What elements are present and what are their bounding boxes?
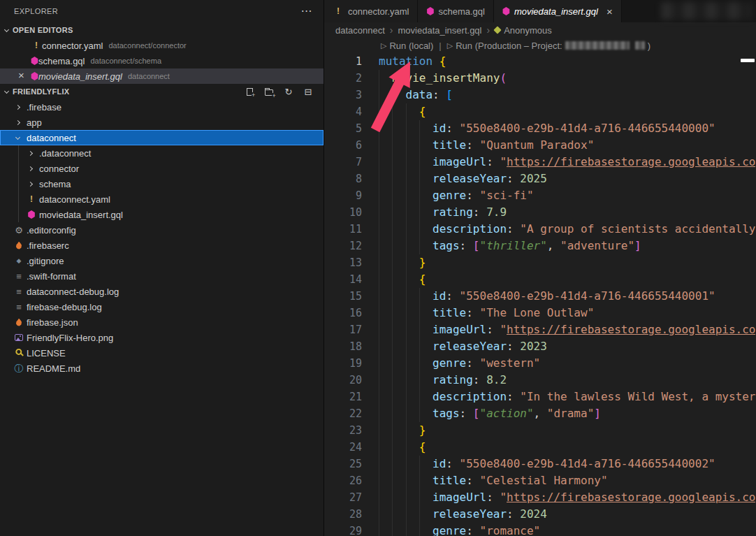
code-text[interactable]: rating: 8.2 — [362, 372, 507, 389]
tree-item-.firebase[interactable]: .firebase — [0, 99, 324, 115]
tree-item-LICENSE[interactable]: LICENSE — [0, 345, 324, 361]
token: id — [432, 289, 446, 303]
tree-item-app[interactable]: app — [0, 115, 324, 130]
token — [379, 238, 432, 254]
line-number: 5 — [324, 120, 362, 137]
code-line: 12 tags: ["thriller", "adventure"] — [324, 238, 756, 254]
tree-item-dataconnect.yaml[interactable]: !dataconnect.yaml — [0, 191, 324, 207]
token: [ — [446, 88, 453, 101]
new-file-button[interactable] — [244, 86, 255, 97]
token: "550e8400-e29b-41d4-a716-446655440001" — [460, 289, 715, 303]
file-name: FriendlyFlix-Hero.png — [27, 333, 113, 343]
tab-schema.gql[interactable]: schema.gql — [418, 0, 493, 22]
token: : — [446, 457, 459, 470]
breadcrumb-label: moviedata_insert.gql — [398, 25, 482, 36]
breadcrumb-item[interactable]: dataconnect — [335, 25, 385, 36]
breadcrumb-item[interactable]: moviedata_insert.gql — [398, 25, 482, 36]
breadcrumb-item[interactable]: Anonymous — [495, 25, 552, 36]
project-section-header[interactable]: FRIENDLYFLIX ↻⊟ — [0, 84, 324, 99]
open-editor-item-connector.yaml[interactable]: !connector.yamldataconnect/connector — [0, 38, 324, 53]
code-line: 2 movie_insertMany( — [324, 70, 756, 87]
open-editors-header[interactable]: OPEN EDITORS — [0, 22, 324, 38]
code-text[interactable]: { — [362, 439, 426, 456]
tree-item-.swift-format[interactable]: ≡.swift-format — [0, 268, 324, 284]
open-editor-item-moviedata_insert.gql[interactable]: ×moviedata_insert.gqldataconnect — [0, 68, 324, 84]
tab-moviedata_insert.gql[interactable]: moviedata_insert.gql× — [494, 0, 622, 22]
code-text[interactable]: genre: "sci-fi" — [362, 187, 534, 204]
code-text[interactable]: id: "550e8400-e29b-41d4-a716-44665544000… — [362, 288, 715, 305]
tree-item-dataconnect[interactable]: dataconnect — [0, 130, 324, 145]
code-text[interactable]: releaseYear: 2025 — [362, 171, 547, 187]
close-icon[interactable]: × — [18, 69, 24, 81]
codelens-run-local[interactable]: ▷ Run (local) — [381, 41, 433, 51]
line-number: 16 — [324, 305, 362, 321]
new-folder-button[interactable] — [263, 86, 275, 97]
vscode-window: EXPLORER ⋯ OPEN EDITORS !connector.yamld… — [0, 0, 756, 536]
token: { — [419, 105, 426, 118]
breadcrumb: dataconnect›moviedata_insert.gql›Anonymo… — [324, 22, 756, 38]
line-number: 10 — [324, 204, 362, 221]
tree-item-moviedata_insert.gql[interactable]: moviedata_insert.gql — [0, 207, 324, 222]
code-line: 14 { — [324, 271, 756, 288]
code-text[interactable]: imageUrl: "https://firebasestorage.googl… — [362, 321, 755, 338]
file-name: dataconnect — [27, 133, 76, 143]
line-number: 25 — [324, 456, 362, 472]
code-text[interactable]: data: [ — [362, 87, 453, 103]
code-text[interactable]: description: "In the lawless Wild West, … — [362, 389, 756, 405]
code-text[interactable]: tags: ["thriller", "adventure"] — [362, 238, 641, 254]
code-text[interactable]: releaseYear: 2024 — [362, 506, 547, 523]
tab-connector.yaml[interactable]: !connector.yaml — [324, 0, 418, 22]
code-text[interactable]: id: "550e8400-e29b-41d4-a716-44665544000… — [362, 456, 715, 472]
code-text[interactable]: title: "Quantum Paradox" — [362, 137, 594, 154]
tree-item-connector[interactable]: connector — [0, 161, 324, 176]
code-text[interactable]: { — [362, 271, 426, 288]
tree-item-firebase.json[interactable]: firebase.json — [0, 314, 324, 330]
tree-item-.editorconfig[interactable]: ⚙.editorconfig — [0, 222, 324, 238]
token — [379, 372, 432, 389]
code-text[interactable]: id: "550e8400-e29b-41d4-a716-44665544000… — [362, 120, 715, 137]
chevron-down-icon — [15, 134, 20, 139]
line-number: 8 — [324, 171, 362, 187]
code-text[interactable]: mutation { — [362, 53, 446, 70]
tree-item-firebase-debug.log[interactable]: ≡firebase-debug.log — [0, 299, 324, 314]
open-editor-item-schema.gql[interactable]: schema.gqldataconnect/schema — [0, 53, 324, 68]
tree-item-.firebaserc[interactable]: .firebaserc — [0, 238, 324, 253]
key-icon — [13, 347, 25, 359]
token: description — [432, 390, 507, 403]
code-text[interactable]: rating: 7.9 — [362, 204, 507, 221]
code-text[interactable]: releaseYear: 2023 — [362, 338, 547, 355]
info-icon: ⓘ — [13, 364, 24, 373]
token: ] — [634, 239, 641, 252]
refresh-button[interactable]: ↻ — [283, 86, 294, 97]
code-text[interactable]: imageUrl: "https://firebasestorage.googl… — [362, 489, 755, 506]
tree-item-README.md[interactable]: ⓘREADME.md — [0, 361, 324, 376]
tree-item-slot — [13, 319, 25, 326]
code-text[interactable]: } — [362, 422, 426, 439]
line-number: 24 — [324, 439, 362, 456]
code-text[interactable]: title: "Celestial Harmony" — [362, 472, 608, 489]
line-number: 17 — [324, 321, 362, 338]
chevron-down-icon — [4, 88, 9, 93]
code-text[interactable]: genre: "western" — [362, 355, 540, 372]
tree-item-schema[interactable]: schema — [0, 176, 324, 191]
code-text[interactable]: genre: "romance" — [362, 523, 540, 536]
token — [379, 154, 432, 171]
tree-item-FriendlyFlix-Hero.png[interactable]: FriendlyFlix-Hero.png — [0, 330, 324, 345]
tree-item-.gitignore[interactable]: ◆.gitignore — [0, 253, 324, 268]
flame-icon — [15, 319, 22, 326]
code-text[interactable]: tags: ["action", "drama"] — [362, 405, 601, 422]
code-text[interactable]: { — [362, 103, 426, 120]
collapse-all-button[interactable]: ⊟ — [303, 86, 314, 97]
code-text[interactable]: movie_insertMany( — [362, 70, 507, 87]
tree-item-dataconnect-debug.log[interactable]: ≡dataconnect-debug.log — [0, 284, 324, 299]
token — [379, 288, 432, 305]
code-text[interactable]: description: "A group of scientists acci… — [362, 221, 755, 238]
codelens-run-production[interactable]: ▷ Run (Production – Project: ) — [447, 41, 650, 51]
code-text[interactable]: imageUrl: "https://firebasestorage.googl… — [362, 154, 755, 171]
close-icon[interactable]: × — [606, 6, 613, 17]
line-number: 7 — [324, 154, 362, 171]
tree-item-.dataconnect[interactable]: .dataconnect — [0, 145, 324, 161]
more-actions-icon[interactable]: ⋯ — [301, 6, 312, 17]
code-text[interactable]: title: "The Lone Outlaw" — [362, 305, 594, 321]
code-text[interactable]: } — [362, 254, 426, 271]
